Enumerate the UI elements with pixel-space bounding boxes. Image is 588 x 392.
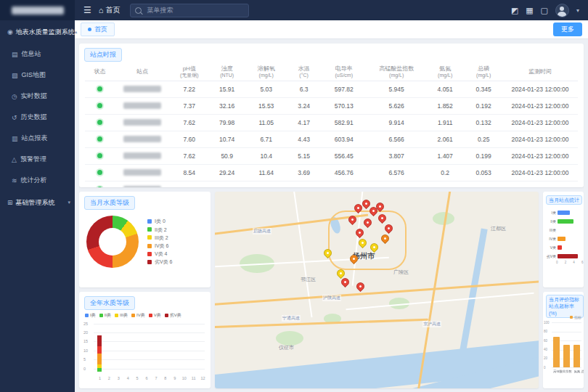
month-grade-panel: 当月水质等级 I类 0II类 2III类 2IV类 6V类 4劣V类 6 — [79, 192, 211, 287]
sidebar-item-label: 站点报表 — [22, 134, 48, 143]
tab-label: 首页 — [94, 25, 107, 34]
realtime-icon: ◷ — [12, 93, 17, 100]
stats-icon: ≋ — [12, 177, 17, 184]
breadcrumb[interactable]: 首页 — [105, 5, 120, 15]
station-name-blurred — [123, 186, 161, 187]
hbar-row: V类 — [543, 243, 584, 252]
status-dot — [97, 170, 102, 175]
map-city-label: 仪征市 — [279, 344, 294, 351]
table-row: 7.2215.915.036.3597.825.9454.0510.345202… — [85, 81, 578, 97]
logo — [0, 0, 75, 20]
table-row: 7.9633.083.435.38641.957.890.890.0642024… — [85, 181, 578, 187]
station-name-blurred — [123, 102, 161, 109]
sidebar-group-base-system[interactable]: ⊞ 基础管理系统 ▾ — [0, 191, 75, 214]
highway — [215, 319, 428, 328]
legend-item: II类 — [99, 312, 111, 319]
sidebar-item[interactable]: ↺历史数据 — [0, 107, 75, 128]
topbar: ☰ ⌂ 首页 ◩ ▦ ▢ ▾ — [0, 0, 588, 20]
status-dot — [97, 187, 102, 187]
table-row: 8.5429.2411.643.69456.766.5760.20.053202… — [85, 164, 578, 181]
column-header: 电导率(uS/cm) — [320, 64, 367, 81]
canal — [460, 229, 487, 351]
station-name-blurred — [123, 169, 161, 176]
exceed-rate-categories: 高锰酸盐指数氨氮总磷 — [552, 369, 584, 373]
status-dot — [97, 103, 102, 108]
hbar-row: IV类 — [543, 234, 584, 243]
report-icon: ▥ — [12, 135, 18, 142]
chevron-down-icon[interactable]: ▾ — [576, 7, 579, 14]
park-area — [276, 331, 303, 346]
legend-item: I类 — [85, 312, 96, 319]
more-button[interactable]: 更多 — [553, 23, 582, 36]
sidebar-item-label: 统计分析 — [21, 176, 47, 185]
map-road-label: 宁通高速 — [282, 315, 301, 322]
sidebar-group-label: 基础管理系统 — [16, 198, 55, 208]
panel-title-station-stats: 当月站点统计 — [546, 195, 582, 205]
map-road-label: 启扬高速 — [253, 228, 271, 234]
sidebar-item[interactable]: ◷实时数据 — [0, 86, 75, 107]
column-header: 站点 — [115, 64, 170, 81]
station-name-blurred — [123, 152, 161, 159]
sidebar-item-label: GIS地图 — [22, 70, 46, 80]
hbar-row: 劣V类 — [543, 252, 584, 261]
fullscreen-icon[interactable]: ▢ — [541, 6, 548, 15]
table-row: 7.3732.1615.533.24570.135.6261.8520.1922… — [85, 97, 578, 114]
sidebar-menu: ▤信息站▧GIS地图◷实时数据↺历史数据▥站点报表△预警管理≋统计分析 — [0, 44, 75, 191]
hourly-table: 状态站点pH值(无量纲)浊度(NTU)溶解氧(mg/L)水温(°C)电导率(uS… — [85, 64, 578, 187]
sidebar-item[interactable]: ≋统计分析 — [0, 170, 75, 191]
column-header: 状态 — [85, 64, 115, 81]
panel-title-hourly: 站点时报 — [84, 48, 122, 62]
sidebar-item[interactable]: ▧GIS地图 — [0, 65, 75, 86]
donut-chart — [86, 216, 139, 268]
map-pin[interactable] — [355, 281, 367, 293]
exceed-rate-legend: 指标 — [570, 315, 581, 319]
search-input[interactable] — [145, 6, 235, 15]
chevron-down-icon: ▾ — [68, 200, 70, 205]
legend-item: III类 — [115, 312, 128, 319]
app-window: ☰ ⌂ 首页 ◩ ▦ ▢ ▾ ◉ 地表水质量监测系统 ▴ ▤信息站▧GIS地图◷… — [0, 0, 588, 392]
sidebar-group-label: 地表水质量监测系统 — [16, 28, 75, 37]
history-icon: ↺ — [12, 114, 17, 121]
legend-item: V类 4 — [147, 250, 173, 258]
map-road-label: 沪陕高速 — [322, 295, 341, 301]
bar — [573, 345, 580, 367]
settings-icon: ⊞ — [7, 199, 13, 206]
map-icon: ▧ — [12, 72, 18, 79]
sidebar-item-label: 实时数据 — [21, 91, 47, 101]
sidebar-item-label: 历史数据 — [21, 113, 47, 122]
station-name-blurred — [123, 136, 161, 142]
tab-home[interactable]: 首页 — [81, 23, 115, 36]
hbar-row: II类 — [543, 217, 584, 226]
column-header: 高锰酸盐指数(mg/L) — [367, 64, 425, 81]
legend-item: V类 — [149, 312, 161, 319]
sidebar: ◉ 地表水质量监测系统 ▴ ▤信息站▧GIS地图◷实时数据↺历史数据▥站点报表△… — [0, 20, 75, 392]
panel-title-year-grade: 全年水质等级 — [84, 296, 135, 310]
legend-item: 劣V类 — [165, 312, 181, 319]
logo-blurred-text — [12, 7, 64, 15]
map[interactable]: 扬州市江都区邗江区广陵区仪征市沪陕高速京沪高速启扬高速宁通高速 — [215, 192, 539, 388]
sidebar-group-water-system[interactable]: ◉ 地表水质量监测系统 ▴ — [0, 20, 75, 44]
sidebar-item[interactable]: ▤信息站 — [0, 44, 75, 65]
column-header: 监测时间 — [502, 64, 578, 81]
table-row: 7.6279.9811.054.17582.919.9141.9110.1322… — [85, 114, 578, 131]
map-road-label: 京沪高速 — [422, 321, 441, 327]
year-stacked-bar-chart: 0510152025123456789101112 — [83, 322, 206, 382]
theme-skin-icon[interactable]: ◩ — [511, 6, 518, 15]
column-header: 水温(°C) — [287, 64, 320, 81]
table-row: 7.6250.910.45.15556.453.8071.4070.199202… — [85, 147, 578, 164]
main-content: 站点时报 状态站点pH值(无量纲)浊度(NTU)溶解氧(mg/L)水温(°C)电… — [75, 39, 588, 392]
sidebar-item-label: 预警管理 — [20, 155, 46, 164]
avatar[interactable] — [555, 4, 569, 17]
road — [346, 293, 534, 311]
hamburger-menu-icon[interactable]: ☰ — [83, 5, 91, 15]
legend-item: I类 0 — [147, 217, 173, 225]
menu-search[interactable] — [130, 4, 249, 17]
info-icon: ▤ — [12, 51, 18, 58]
status-dot — [97, 120, 102, 125]
hbar-row: I类 — [543, 208, 584, 217]
legend-item: 劣V类 6 — [147, 258, 173, 266]
sidebar-item[interactable]: △预警管理 — [0, 149, 75, 170]
apps-grid-icon[interactable]: ▦ — [526, 6, 533, 15]
column-header: 总磷(mg/L) — [465, 64, 502, 81]
sidebar-item[interactable]: ▥站点报表 — [0, 128, 75, 149]
